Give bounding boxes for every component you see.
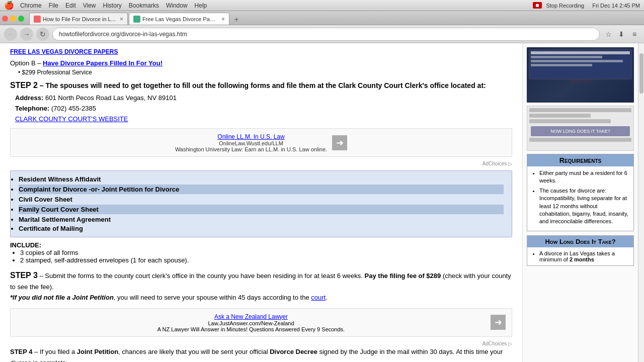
sidebar: NOW LONG DOES IT TAKE? Requirements Eith…: [522, 43, 638, 362]
clock: Fri Dec 14 2:45 PM: [592, 3, 640, 9]
ad-text-1: Online LL.M. In U.S. Law OnlineLaw.Wustl…: [175, 133, 327, 152]
requirements-thumb: NOW LONG DOES IT TAKE?: [527, 106, 634, 151]
include-item-1: 3 copies of all forms: [20, 249, 512, 256]
forms-list: Resident Witness Affidavit Complaint for…: [10, 170, 512, 237]
browser-content: FREE LAS VEGAS DIVORCE PAPERS Option B –…: [0, 43, 644, 362]
bookmark-icon[interactable]: ☆: [603, 29, 614, 40]
ad-choices-1: AdChoices ▷: [10, 161, 512, 166]
form-item-5: Marital Settlement Agreement: [19, 216, 504, 223]
window-minimize[interactable]: [10, 16, 16, 22]
tab-favicon-1: [34, 16, 41, 23]
ad1-arrow[interactable]: ➜: [332, 135, 347, 150]
form-item-2: Complaint for Divorce -or- Joint Petitio…: [19, 185, 504, 194]
ad1-url: OnlineLaw.Wustl.edu/LLM: [175, 140, 327, 146]
form-item-1: Resident Witness Affidavit: [19, 175, 504, 183]
step3-court-link[interactable]: court: [311, 294, 326, 301]
address-line: Address: 601 North Pecos Road Las Vegas,…: [15, 93, 512, 104]
step4-block: STEP 4 – If you filed a Joint Petition, …: [10, 346, 512, 362]
requirements-header: Requirements: [527, 154, 633, 166]
price-note: • $299 Professional Service: [18, 69, 512, 76]
ad1-sub: Washington University Law: Earn an LL.M.…: [175, 146, 327, 152]
ad-box-2: Ask a New Zealand Lawyer Law.JustAnswer.…: [10, 308, 512, 337]
stop-recording-btn[interactable]: Stop Recording: [546, 3, 584, 9]
step3-heading: STEP 3: [10, 271, 38, 280]
window-close[interactable]: [2, 16, 8, 22]
thumb-line-4: [529, 138, 631, 142]
menu-help[interactable]: Help: [195, 2, 207, 9]
forward-button[interactable]: →: [20, 28, 33, 41]
step2-heading: STEP 2 – The spouses will need to get to…: [10, 81, 512, 90]
menu-history[interactable]: History: [103, 2, 122, 9]
free-papers-link[interactable]: FREE LAS VEGAS DIVORCE PAPERS: [10, 48, 512, 55]
step3-block: STEP 3 – Submit the forms to the county …: [10, 269, 512, 303]
ad2-arrow[interactable]: ➜: [491, 315, 506, 330]
address-block: Address: 601 North Pecos Road Las Vegas,…: [15, 93, 512, 124]
ad-choices-2: AdChoices ▷: [10, 341, 512, 346]
option-b-label: Option B –: [10, 59, 41, 67]
ad2-link[interactable]: Ask a New Zealand Lawyer: [214, 313, 288, 320]
new-tab-button[interactable]: +: [230, 15, 243, 25]
requirements-body: Either party must be a resident for 6 we…: [527, 166, 633, 231]
option-b-link[interactable]: Have Divorce Papers Filled In For You!: [43, 59, 163, 67]
back-button[interactable]: ←: [4, 28, 17, 41]
address-bar[interactable]: howtofilefordivorce.org/divorce-in-las-v…: [52, 28, 600, 41]
howlong-body: A divorce in Las Vegas takes a minimum o…: [527, 247, 633, 265]
mac-titlebar: 🍎 Chrome File Edit View History Bookmark…: [0, 0, 644, 11]
settings-icon[interactable]: ≡: [629, 29, 640, 40]
include-item-2: 2 stamped, self-addressed envelopes (1 f…: [20, 256, 512, 264]
option-b: Option B – Have Divorce Papers Filled In…: [10, 59, 512, 67]
req-item-1: Either party must be a resident for 6 we…: [539, 169, 628, 185]
ad-box-1: Online LL.M. In U.S. Law OnlineLaw.Wustl…: [10, 128, 512, 157]
ad-text-2: Ask a New Zealand Lawyer Law.JustAnswer.…: [17, 313, 486, 332]
apple-menu[interactable]: 🍎: [4, 1, 14, 10]
main-content: FREE LAS VEGAS DIVORCE PAPERS Option B –…: [0, 43, 522, 362]
download-icon[interactable]: ⬇: [616, 29, 627, 40]
req-item-2: The causes for divorce are: Incompatibil…: [539, 187, 628, 226]
menu-window[interactable]: Window: [166, 2, 188, 9]
tab-favicon-2: [133, 16, 140, 23]
menu-edit[interactable]: Edit: [65, 2, 76, 9]
howlong-header: How Long Does It Take?: [527, 236, 633, 247]
recording-indicator: ⏺: [533, 2, 542, 9]
refresh-button[interactable]: ↻: [36, 28, 49, 41]
tab-close-1[interactable]: ×: [120, 16, 123, 23]
include-section: INCLUDE: 3 copies of all forms 2 stamped…: [10, 241, 512, 264]
chrome-tabs: How to File For Divorce in L... × Free L…: [0, 11, 644, 25]
form-item-3: Civil Cover Sheet: [19, 196, 504, 203]
telephone-line: Telephone: (702) 455-2385: [15, 104, 512, 114]
thumb-line-1: [529, 108, 631, 112]
tab-close-2[interactable]: ×: [221, 16, 225, 23]
menu-bookmarks[interactable]: Bookmarks: [129, 2, 159, 9]
menu-chrome[interactable]: Chrome: [20, 2, 42, 9]
ad2-sub: A NZ Lawyer Will Answer in Minutes! Ques…: [17, 326, 486, 332]
tab-divorce[interactable]: How to File For Divorce in L... ×: [29, 13, 128, 25]
court-link[interactable]: CLARK COUNTY COURT'S WEBSITE: [15, 115, 128, 123]
scrollbar-thumb[interactable]: [639, 53, 643, 94]
tab-free-papers[interactable]: Free Las Vegas Divorce Pape... ×: [129, 13, 229, 25]
ad1-link[interactable]: Online LL.M. In U.S. Law: [217, 133, 284, 140]
window-maximize[interactable]: [18, 16, 24, 22]
thumb-line-3: [529, 119, 611, 123]
tab-title-1: How to File For Divorce in L...: [43, 16, 116, 22]
howlong-box: How Long Does It Take? A divorce in Las …: [527, 235, 634, 266]
form-item-4: Family Court Cover Sheet: [19, 205, 504, 214]
menu-file[interactable]: File: [49, 2, 58, 9]
sidebar-video: [527, 47, 634, 103]
sidebar-thumb: NOW LONG DOES IT TAKE?: [527, 106, 634, 151]
chrome-toolbar: ← → ↻ howtofilefordivorce.org/divorce-in…: [0, 25, 644, 43]
howlong-item: A divorce in Las Vegas takes a minimum o…: [539, 250, 628, 262]
scrollbar[interactable]: [638, 43, 644, 362]
tab-title-2: Free Las Vegas Divorce Pape...: [142, 16, 217, 22]
toolbar-icons: ☆ ⬇ ≡: [603, 29, 640, 40]
menu-view[interactable]: View: [83, 2, 96, 9]
form-item-6: Certificate of Mailing: [19, 225, 504, 232]
requirements-box: Requirements Either party must be a resi…: [527, 154, 634, 231]
url-text: howtofilefordivorce.org/divorce-in-las-v…: [59, 31, 187, 38]
ad2-url: Law.JustAnswer.com/New-Zealand: [17, 320, 486, 326]
thumb-line-2: [529, 114, 591, 118]
